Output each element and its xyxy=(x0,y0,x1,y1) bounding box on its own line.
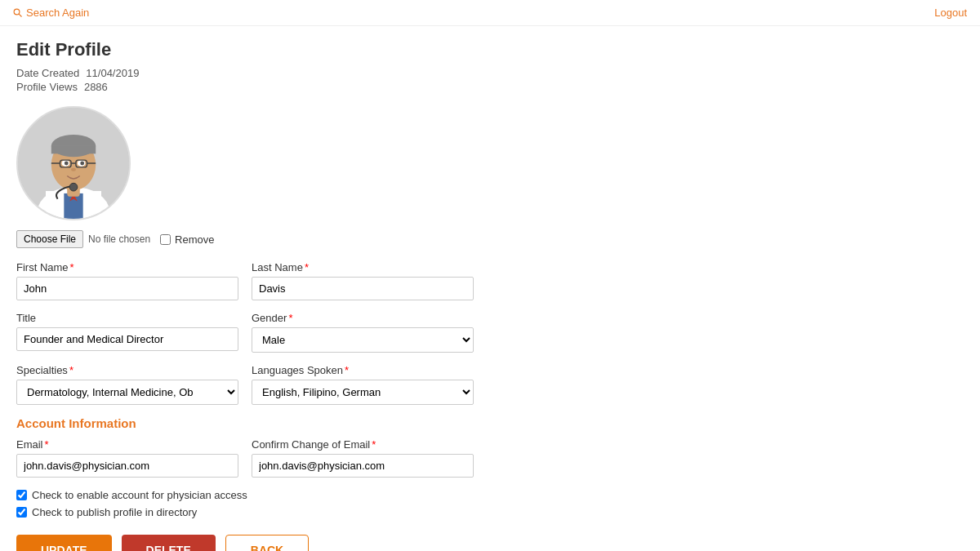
svg-line-1 xyxy=(19,14,21,16)
remove-checkbox[interactable] xyxy=(160,234,171,245)
confirm-email-label: Confirm Change of Email* xyxy=(252,438,474,451)
title-group: Title xyxy=(16,312,238,353)
confirm-email-input[interactable] xyxy=(252,454,474,478)
last-name-label: Last Name* xyxy=(252,261,474,273)
button-row: UPDATE DELETE BACK xyxy=(16,535,474,551)
profile-views-label: Profile Views xyxy=(16,81,78,93)
email-required: * xyxy=(45,438,49,451)
languages-group: Languages Spoken* English, Filipino, Ger… xyxy=(252,364,474,405)
publish-profile-checkbox[interactable] xyxy=(16,507,27,518)
choose-file-button[interactable]: Choose File xyxy=(16,230,83,248)
search-again-link[interactable]: Search Again xyxy=(13,7,89,19)
search-icon xyxy=(13,8,23,18)
avatar xyxy=(16,106,131,220)
svg-rect-10 xyxy=(51,146,96,154)
svg-point-14 xyxy=(80,162,84,166)
physician-access-label: Check to enable account for physician ac… xyxy=(32,489,247,501)
email-label: Email* xyxy=(16,438,238,451)
specialties-group: Specialties* Dermatology, Internal Medic… xyxy=(16,364,238,405)
date-created-row: Date Created 11/04/2019 xyxy=(16,67,474,79)
account-information-title: Account Information xyxy=(16,416,474,430)
email-row: Email* Confirm Change of Email* xyxy=(16,438,474,478)
main-content: Edit Profile Date Created 11/04/2019 Pro… xyxy=(0,26,490,551)
account-information-section: Account Information Email* Confirm Chang… xyxy=(16,416,474,518)
publish-profile-row: Check to publish profile in directory xyxy=(16,506,474,518)
avatar-section xyxy=(16,106,474,220)
email-group: Email* xyxy=(16,438,238,478)
file-upload-row: Choose File No file chosen Remove xyxy=(16,230,474,248)
last-name-input[interactable] xyxy=(252,277,474,300)
remove-checkbox-row: Remove xyxy=(160,233,214,246)
svg-point-20 xyxy=(71,168,76,171)
page-title: Edit Profile xyxy=(16,39,474,60)
languages-label: Languages Spoken* xyxy=(252,364,474,376)
title-label: Title xyxy=(16,312,238,324)
specialties-label: Specialties* xyxy=(16,364,238,376)
first-name-group: First Name* xyxy=(16,261,238,300)
gender-required: * xyxy=(288,312,292,324)
physician-access-checkbox[interactable] xyxy=(16,490,27,500)
first-name-required: * xyxy=(70,261,74,273)
first-name-label: First Name* xyxy=(16,261,238,273)
back-button[interactable]: BACK xyxy=(225,535,309,551)
gender-select[interactable]: Male Female Other xyxy=(252,327,474,353)
no-file-text: No file chosen xyxy=(88,233,150,245)
top-nav: Search Again Logout xyxy=(0,0,980,26)
update-button[interactable]: UPDATE xyxy=(16,535,112,551)
delete-button[interactable]: DELETE xyxy=(122,535,216,551)
gender-group: Gender* Male Female Other xyxy=(252,312,474,353)
languages-select[interactable]: English, Filipino, German xyxy=(252,380,474,405)
logout-link[interactable]: Logout xyxy=(934,7,967,19)
last-name-required: * xyxy=(305,261,309,273)
svg-point-13 xyxy=(65,162,69,166)
file-input-wrapper: Choose File No file chosen xyxy=(16,230,150,248)
profile-views-value: 2886 xyxy=(84,81,108,93)
last-name-group: Last Name* xyxy=(252,261,474,300)
physician-access-row: Check to enable account for physician ac… xyxy=(16,489,474,501)
date-created-value: 11/04/2019 xyxy=(86,67,139,79)
confirm-email-group: Confirm Change of Email* xyxy=(252,438,474,478)
confirm-email-required: * xyxy=(372,438,376,451)
specialties-select[interactable]: Dermatology, Internal Medicine, Ob xyxy=(16,380,238,405)
date-created-label: Date Created xyxy=(16,67,79,79)
email-input[interactable] xyxy=(16,454,238,478)
profile-views-row: Profile Views 2886 xyxy=(16,81,474,93)
languages-required: * xyxy=(345,364,349,376)
svg-point-0 xyxy=(14,9,20,15)
specialties-required: * xyxy=(69,364,74,376)
title-gender-row: Title Gender* Male Female Other xyxy=(16,312,474,353)
gender-label: Gender* xyxy=(252,312,474,324)
first-name-input[interactable] xyxy=(16,277,238,300)
title-input[interactable] xyxy=(16,327,238,351)
doctor-avatar-svg xyxy=(18,106,129,220)
remove-label: Remove xyxy=(175,233,214,246)
svg-point-21 xyxy=(69,183,78,191)
name-row: First Name* Last Name* xyxy=(16,261,474,300)
specialties-languages-row: Specialties* Dermatology, Internal Medic… xyxy=(16,364,474,405)
publish-profile-label: Check to publish profile in directory xyxy=(32,506,197,518)
